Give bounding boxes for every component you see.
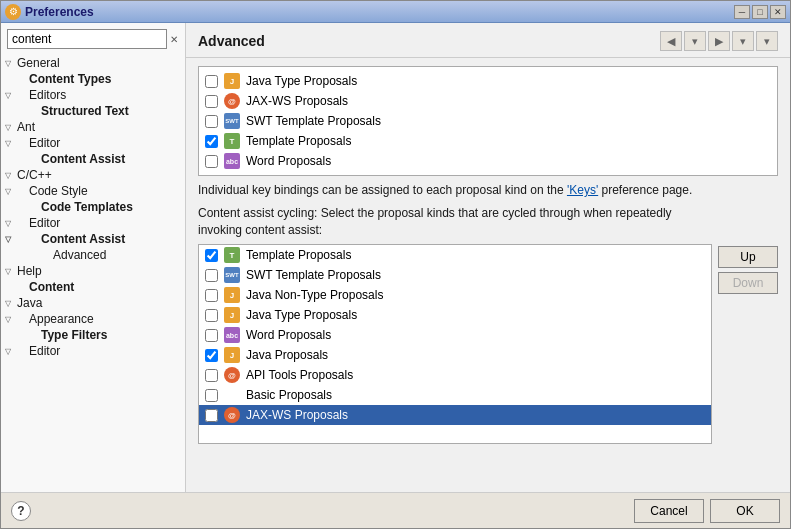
cycling-icon-swt: SWT bbox=[224, 267, 240, 283]
back-dropdown-button[interactable]: ▾ bbox=[684, 31, 706, 51]
arrow-general: ▽ bbox=[5, 59, 17, 68]
tree-item-help[interactable]: ▽ Help bbox=[1, 263, 185, 279]
arrow-java-editor: ▽ bbox=[5, 347, 17, 356]
cycling-check-java[interactable] bbox=[205, 349, 218, 362]
tree-item-cpp[interactable]: ▽ C/C++ bbox=[1, 167, 185, 183]
info-text: Individual key bindings can be assigned … bbox=[198, 182, 778, 199]
tree-label-type-filters: Type Filters bbox=[41, 328, 107, 342]
tree-item-java[interactable]: ▽ Java bbox=[1, 295, 185, 311]
cycling-check-basic[interactable] bbox=[205, 389, 218, 402]
cycling-label-word: Word Proposals bbox=[246, 328, 331, 342]
cycling-row-java[interactable]: J Java Proposals bbox=[199, 345, 711, 365]
cycling-row-api[interactable]: @ API Tools Proposals bbox=[199, 365, 711, 385]
close-button[interactable]: ✕ bbox=[770, 5, 786, 19]
search-clear-button[interactable]: ✕ bbox=[169, 31, 179, 47]
tree-label-general: General bbox=[17, 56, 60, 70]
right-title: Advanced bbox=[198, 33, 265, 49]
proposal-check-jax-ws[interactable] bbox=[205, 95, 218, 108]
tree-item-advanced[interactable]: Advanced bbox=[1, 247, 185, 263]
cycling-row-basic[interactable]: Basic Proposals bbox=[199, 385, 711, 405]
down-button[interactable]: Down bbox=[718, 272, 778, 294]
search-input[interactable] bbox=[7, 29, 167, 49]
tree-label-code-style: Code Style bbox=[29, 184, 88, 198]
cycling-check-tmpl[interactable] bbox=[205, 249, 218, 262]
cycling-list: T Template Proposals SWT SWT Template Pr… bbox=[198, 244, 712, 444]
tree-label-appearance: Appearance bbox=[29, 312, 94, 326]
arrow-help: ▽ bbox=[5, 267, 17, 276]
proposal-check-java-type[interactable] bbox=[205, 75, 218, 88]
main-content: ✕ ▽ General Content Types ▽ Editors bbox=[1, 23, 790, 492]
tree-item-content-types[interactable]: Content Types bbox=[1, 71, 185, 87]
tree-item-content-assist[interactable]: Content Assist bbox=[1, 151, 185, 167]
up-button[interactable]: Up bbox=[718, 246, 778, 268]
minimize-button[interactable]: ─ bbox=[734, 5, 750, 19]
cycling-check-java-type[interactable] bbox=[205, 309, 218, 322]
tree-item-java-editor[interactable]: ▽ Editor bbox=[1, 343, 185, 359]
cycling-check-java-non[interactable] bbox=[205, 289, 218, 302]
cycling-check-api[interactable] bbox=[205, 369, 218, 382]
tree-item-code-templates[interactable]: Code Templates bbox=[1, 199, 185, 215]
tree-item-structured-text[interactable]: Structured Text bbox=[1, 103, 185, 119]
cycling-label-tmpl: Template Proposals bbox=[246, 248, 351, 262]
tree-label-cpp-content-assist: Content Assist bbox=[41, 232, 125, 246]
jax-ws-icon: @ bbox=[224, 93, 240, 109]
tree-item-type-filters[interactable]: Type Filters bbox=[1, 327, 185, 343]
tree-label-java: Java bbox=[17, 296, 42, 310]
tree-item-ant[interactable]: ▽ Ant bbox=[1, 119, 185, 135]
tree-item-content[interactable]: Content bbox=[1, 279, 185, 295]
tree-label-ant: Ant bbox=[17, 120, 35, 134]
proposal-check-template[interactable] bbox=[205, 135, 218, 148]
forward-dropdown-button[interactable]: ▾ bbox=[732, 31, 754, 51]
template-icon: T bbox=[224, 133, 240, 149]
cycling-label-swt: SWT Template Proposals bbox=[246, 268, 381, 282]
window-icon: ⚙ bbox=[5, 4, 21, 20]
cycling-check-jaxws[interactable] bbox=[205, 409, 218, 422]
cycling-row-jaxws[interactable]: @ JAX-WS Proposals bbox=[199, 405, 711, 425]
tree-label-content-types: Content Types bbox=[29, 72, 111, 86]
cycling-label-java-type: Java Type Proposals bbox=[246, 308, 357, 322]
tree-label-help: Help bbox=[17, 264, 42, 278]
tree-label-code-templates: Code Templates bbox=[41, 200, 133, 214]
cycling-label-api: API Tools Proposals bbox=[246, 368, 353, 382]
cycling-icon-java-non: J bbox=[224, 287, 240, 303]
tree-item-code-style[interactable]: ▽ Code Style bbox=[1, 183, 185, 199]
menu-button[interactable]: ▾ bbox=[756, 31, 778, 51]
cycling-icon-tmpl: T bbox=[224, 247, 240, 263]
tree-item-cpp-editor[interactable]: ▽ Editor bbox=[1, 215, 185, 231]
preferences-window: ⚙ Preferences ─ □ ✕ ✕ ▽ General bbox=[0, 0, 791, 529]
cycling-label-line1: Content assist cycling: Select the propo… bbox=[198, 206, 672, 220]
cycling-row-tmpl[interactable]: T Template Proposals bbox=[199, 245, 711, 265]
cycling-row-swt[interactable]: SWT SWT Template Proposals bbox=[199, 265, 711, 285]
cycling-check-swt[interactable] bbox=[205, 269, 218, 282]
cycling-icon-java-type: J bbox=[224, 307, 240, 323]
forward-button[interactable]: ▶ bbox=[708, 31, 730, 51]
tree-item-ant-editor[interactable]: ▽ Editor bbox=[1, 135, 185, 151]
back-button[interactable]: ◀ bbox=[660, 31, 682, 51]
window-title: Preferences bbox=[25, 5, 94, 19]
cycling-section: T Template Proposals SWT SWT Template Pr… bbox=[198, 244, 778, 484]
arrow-ant: ▽ bbox=[5, 123, 17, 132]
maximize-button[interactable]: □ bbox=[752, 5, 768, 19]
cancel-button[interactable]: Cancel bbox=[634, 499, 704, 523]
cycling-check-word[interactable] bbox=[205, 329, 218, 342]
cycling-row-java-type[interactable]: J Java Type Proposals bbox=[199, 305, 711, 325]
left-panel: ✕ ▽ General Content Types ▽ Editors bbox=[1, 23, 186, 492]
cycling-buttons: Up Down bbox=[718, 244, 778, 484]
proposal-label-swt-tmpl: SWT Template Proposals bbox=[246, 114, 381, 128]
proposal-check-swt-tmpl[interactable] bbox=[205, 115, 218, 128]
cycling-row-java-non[interactable]: J Java Non-Type Proposals bbox=[199, 285, 711, 305]
proposal-row-template: T Template Proposals bbox=[199, 131, 777, 151]
tree-item-cpp-content-assist[interactable]: ▽ Content Assist bbox=[1, 231, 185, 247]
ok-button[interactable]: OK bbox=[710, 499, 780, 523]
tree-label-structured-text: Structured Text bbox=[41, 104, 129, 118]
right-body: J Java Type Proposals @ JAX-WS Proposals… bbox=[186, 58, 790, 492]
cycling-label-basic: Basic Proposals bbox=[246, 388, 332, 402]
cycling-icon-java: J bbox=[224, 347, 240, 363]
help-button[interactable]: ? bbox=[11, 501, 31, 521]
cycling-row-word[interactable]: abc Word Proposals bbox=[199, 325, 711, 345]
keys-link[interactable]: 'Keys' bbox=[567, 183, 598, 197]
tree-item-appearance[interactable]: ▽ Appearance bbox=[1, 311, 185, 327]
proposal-check-word[interactable] bbox=[205, 155, 218, 168]
tree-item-general[interactable]: ▽ General bbox=[1, 55, 185, 71]
tree-item-editors[interactable]: ▽ Editors bbox=[1, 87, 185, 103]
